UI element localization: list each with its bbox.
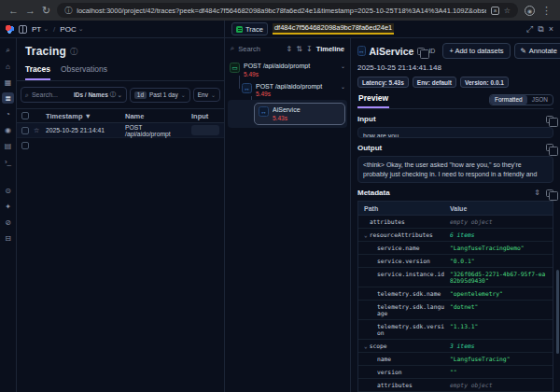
meta-path: resourceAttributes [370,231,433,238]
table-row[interactable]: ☆ 2025-10-25 21:14:41 POST /api/aido/pro… [17,123,224,138]
meta-value: "LangfuseTracing" [448,353,553,365]
formatted-option[interactable]: Formatted [490,95,527,105]
row-checkbox[interactable] [21,142,29,149]
prompts-icon[interactable]: ▤ [2,140,14,151]
sidebar-toggle-icon[interactable] [19,25,27,34]
tab-traces[interactable]: Traces [25,64,50,80]
metadata-row[interactable]: ⌄scope 3 items [358,340,553,353]
breadcrumb-project[interactable]: POC ⌄ [60,25,83,34]
app-header: PT ⌄ / POC ⌄ Trace df484c7f564682098a9bc… [0,21,560,38]
id-label[interactable]: ID [428,48,435,54]
tree-node-root[interactable]: ▭ POST /api/aido/prompt 5.49s ⌄ [228,60,347,80]
detail-tabs: Preview Formatted JSON [357,93,553,109]
annotate-label: Annotate [529,47,557,55]
profile-avatar[interactable]: ◉ [525,6,535,16]
add-to-datasets-button[interactable]: + Add to datasets [442,43,510,59]
copy-output-icon[interactable] [546,144,553,151]
scrollbar[interactable] [556,270,559,354]
project-name: POC [60,25,76,34]
trace-id[interactable]: df484c7f564682098a9bc78fa6ed24e1 [273,23,394,35]
page-title: Tracing [25,45,66,58]
meta-path: scope [370,343,387,349]
expand-metadata-icon[interactable]: ⇕ [534,189,540,197]
dashboards-icon[interactable]: ▦ [2,77,14,88]
table-row[interactable] [17,138,224,153]
meta-path: service.name [358,242,448,254]
meta-value: 3 items [448,340,553,352]
back-icon[interactable]: ← [8,6,19,16]
tree-node-selected[interactable]: ↔ AiService 5.43s [228,100,347,128]
translate-icon[interactable]: a [491,7,499,15]
users-icon[interactable]: ◉ [2,124,14,135]
chevron-down-icon[interactable]: ⌄ [341,63,345,69]
sessions-icon[interactable]: ◔ [2,108,14,119]
close-peek-icon[interactable]: × [549,25,553,34]
trace-badge-label: Trace [245,25,263,34]
output-section-label: Output [357,144,546,152]
sort-icon[interactable]: ⇅ [296,45,302,53]
info-icon[interactable]: ⓘ [70,47,77,57]
metadata-section-label: Metadata [357,189,528,197]
column-input[interactable]: Input [191,112,219,120]
copy-id-icon[interactable] [417,48,425,55]
search-icon[interactable]: ⌕ [2,45,14,56]
bookmark-star-icon[interactable]: ☆ [34,127,41,134]
url-text[interactable]: localhost:3000/project/42/traces?peek=df… [77,7,486,15]
copy-metadata-icon[interactable] [546,189,553,197]
trace-type-badge: Trace [231,22,268,35]
time-range-select[interactable]: 1d Past 1 day ⌄ [130,88,190,103]
tracing-icon[interactable]: ≣ [2,92,14,104]
meta-path: telemetry.sdk.version [358,320,448,339]
scores-icon[interactable]: ⊙ [2,185,14,196]
row-checkbox[interactable] [21,127,29,134]
tab-observations[interactable]: Observations [61,64,107,80]
main-area: ⌕ ⌂ ▦ ≣ ◔ ◉ ▤ ›_ ⊙ ✦ ⊘ ⊟ Tracing ⓘ Trace… [0,38,560,392]
column-timestamp[interactable]: Timestamp ▼ [46,112,120,120]
copy-input-icon[interactable] [546,116,553,123]
playground-icon[interactable]: ›_ [2,156,14,167]
expand-peek-icon[interactable]: ⤢ [526,25,533,34]
address-bar[interactable]: ⓘ localhost:3000/project/42/traces?peek=… [57,3,518,18]
metadata-row[interactable]: ⌄resourceAttributes 6 items [358,229,553,242]
unfold-icon[interactable]: ⇕ [287,45,293,53]
chevron-down-icon[interactable]: ⌄ [364,231,368,238]
env-filter-label: Env [198,91,208,98]
download-icon[interactable]: ↧ [306,45,313,53]
annotate-button[interactable]: ✎ Annotate ⌄ [514,43,560,59]
badges-row: Latency: 5.43s Env: default Version: 0.0… [357,77,553,88]
browser-toolbar: ← → ↻ ⓘ localhost:3000/project/42/traces… [0,0,560,21]
traces-search-input[interactable]: ⌕ Search... IDs / Names ⓘ ⌄ [21,87,127,103]
observation-title: AiService [370,46,414,57]
reload-icon[interactable]: ↻ [42,6,50,16]
breadcrumb-org[interactable]: PT ⌄ [32,25,49,34]
meta-value: empty object [448,216,553,228]
metadata-row: service.instance.id "326f06d5-2271-4b67-… [358,268,553,287]
search-type-select[interactable]: IDs / Names ⓘ ⌄ [74,91,122,99]
app-window: PT ⌄ / POC ⌄ Trace df484c7f564682098a9bc… [0,21,560,392]
tree-search-input[interactable]: Search [238,45,282,53]
json-option[interactable]: JSON [527,95,553,105]
site-info-icon[interactable]: ⓘ [64,6,72,16]
tab-preview[interactable]: Preview [357,93,389,108]
llm-judge-icon[interactable]: ⊘ [2,217,14,228]
chevron-down-icon[interactable]: ⌄ [364,343,368,349]
datasets-icon[interactable]: ⊟ [2,232,14,244]
tree-node-span[interactable]: ↔ POST /api/aido/prompt 5.49s ⌄ [228,80,347,101]
input-section-label: Input [357,115,546,123]
info-icon: ⓘ [110,91,116,99]
forward-icon[interactable]: → [25,6,35,16]
select-all-checkbox[interactable] [21,112,29,119]
open-in-new-icon[interactable]: ⧉ [538,25,543,34]
selected-node-card[interactable]: ↔ AiService 5.43s [254,103,345,125]
timeline-toggle[interactable]: Timeline [316,45,344,53]
browser-menu-icon[interactable]: ⋮ [541,6,552,16]
home-icon[interactable]: ⌂ [2,61,14,72]
output-text: <think> Okay, the user asked "how are yo… [363,161,550,183]
bookmark-star-icon[interactable]: ☆ [504,7,511,15]
chevron-down-icon[interactable]: ⌄ [341,83,345,90]
trace-icon: ▭ [230,63,240,73]
evaluation-icon[interactable]: ✦ [2,201,14,212]
column-name[interactable]: Name [125,112,187,120]
env-filter-select[interactable]: Env ⌄ [193,88,220,102]
traces-tabs: Traces Observations [17,58,224,81]
